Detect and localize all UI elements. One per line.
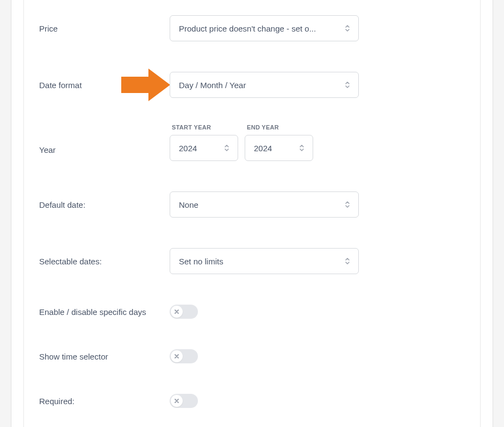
control-required: [170, 394, 465, 408]
row-selectable-dates: Selectable dates: Set no limits: [39, 233, 465, 289]
end-year-sublabel: END YEAR: [247, 124, 313, 131]
control-year: START YEAR 2024 END YEAR 2024: [170, 124, 465, 161]
close-icon: [174, 309, 179, 314]
chevron-updown-icon: [344, 81, 351, 89]
control-default-date: None: [170, 191, 465, 218]
chevron-updown-icon: [344, 24, 351, 33]
label-required: Required:: [39, 397, 170, 406]
row-specific-days: Enable / disable specific days: [39, 289, 465, 334]
chevron-updown-icon: [344, 200, 351, 209]
label-price: Price: [39, 24, 170, 33]
row-required: Required:: [39, 379, 465, 423]
label-year: Year: [39, 145, 170, 161]
row-price: Price Product price doesn't change - set…: [39, 0, 465, 57]
select-price-value: Product price doesn't change - set o...: [179, 24, 337, 33]
chevron-updown-icon: [344, 257, 351, 265]
select-start-year-value: 2024: [179, 144, 216, 153]
control-specific-days: [170, 305, 465, 319]
select-date-format[interactable]: Day / Month / Year: [170, 72, 359, 98]
label-default-date: Default date:: [39, 200, 170, 209]
select-start-year[interactable]: 2024: [170, 135, 238, 161]
toggle-knob: [171, 306, 183, 318]
row-default-date: Default date: None: [39, 176, 465, 233]
toggle-knob: [171, 350, 183, 362]
settings-panel: Price Product price doesn't change - set…: [23, 0, 481, 427]
select-price[interactable]: Product price doesn't change - set o...: [170, 15, 359, 41]
close-icon: [174, 398, 179, 404]
toggle-required[interactable]: [170, 394, 198, 408]
toggle-specific-days[interactable]: [170, 305, 198, 319]
start-year-sublabel: START YEAR: [172, 124, 238, 131]
select-date-format-value: Day / Month / Year: [179, 81, 337, 90]
row-time-selector: Show time selector: [39, 334, 465, 379]
select-default-date-value: None: [179, 200, 337, 209]
row-date-format: Date format Day / Month / Year: [39, 57, 465, 113]
row-year: Year START YEAR 2024 END YEAR: [39, 113, 465, 176]
close-icon: [174, 354, 179, 359]
toggle-time-selector[interactable]: [170, 349, 198, 363]
start-year-item: START YEAR 2024: [170, 124, 238, 161]
select-end-year[interactable]: 2024: [245, 135, 313, 161]
label-selectable-dates: Selectable dates:: [39, 257, 170, 266]
control-date-format: Day / Month / Year: [170, 72, 465, 98]
label-date-format: Date format: [39, 81, 170, 90]
control-time-selector: [170, 349, 465, 363]
label-specific-days: Enable / disable specific days: [39, 307, 170, 317]
control-selectable-dates: Set no limits: [170, 248, 465, 274]
select-default-date[interactable]: None: [170, 191, 359, 218]
label-time-selector: Show time selector: [39, 352, 170, 361]
toggle-knob: [171, 395, 183, 407]
settings-panel-outer: Price Product price doesn't change - set…: [11, 0, 493, 427]
chevron-updown-icon: [298, 144, 305, 152]
select-selectable-dates-value: Set no limits: [179, 257, 337, 266]
select-end-year-value: 2024: [254, 144, 291, 153]
control-price: Product price doesn't change - set o...: [170, 15, 465, 41]
year-group: START YEAR 2024 END YEAR 2024: [170, 124, 465, 161]
chevron-updown-icon: [223, 144, 230, 152]
select-selectable-dates[interactable]: Set no limits: [170, 248, 359, 274]
end-year-item: END YEAR 2024: [245, 124, 313, 161]
